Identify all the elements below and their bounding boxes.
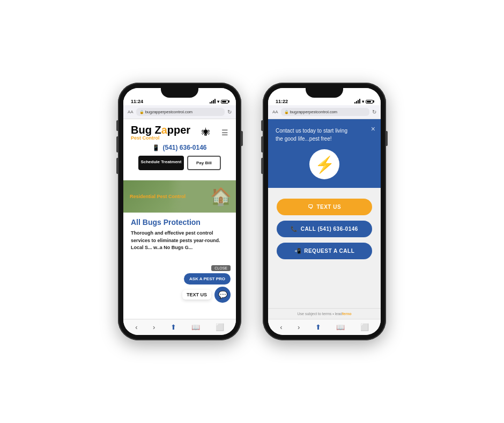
side-button-left-bot [116, 158, 118, 174]
phone-number-row: 📱 (541) 636-0146 [131, 141, 228, 156]
lightning-circle: ⚡ [309, 149, 339, 179]
phone-2: 11:22 ▾ AA 🔒 bugzapperpestcontrol.com [263, 83, 386, 340]
url-1: bugzapperpestcontrol.com [145, 110, 192, 114]
phone1-website: Bug Zapper Pest Control 🕷 ☰ 📱 (541) 636-… [123, 119, 236, 319]
phone-1-screen: 11:24 ▾ AA 🔒 bugzapperpestcontrol.com [123, 88, 236, 335]
lock-icon-1: 🔒 [139, 110, 144, 114]
url-2: bugzapperpestcontrol.com [290, 110, 337, 114]
signal-icon [210, 99, 216, 104]
side-button-right-2 [386, 131, 388, 146]
popup-header: Contact us today to start living the goo… [268, 119, 381, 188]
aa-button-2[interactable]: AA [272, 110, 278, 114]
side-button-left-mid-2 [261, 136, 263, 152]
text-us-row: TEXT US 💬 [182, 287, 231, 303]
bottom-nav-2: ‹ › ⬆ 📖 ⬜ [268, 319, 381, 335]
back-button-1[interactable]: ‹ [135, 323, 137, 331]
hamburger-menu[interactable]: ☰ [221, 128, 228, 137]
logo-zap: a [161, 124, 167, 136]
paybill-button[interactable]: Pay Bill [187, 156, 221, 170]
status-icons-1: ▾ [210, 99, 228, 104]
notch [161, 88, 198, 98]
phone-icon: 📱 [152, 144, 160, 151]
ask-pest-pro-button[interactable]: ASK A PEST PRO [184, 273, 231, 285]
wifi-icon: ▾ [217, 99, 219, 104]
chat-bubble-button[interactable]: 💬 [214, 287, 231, 303]
tabs-button-1[interactable]: ⬜ [216, 323, 224, 331]
refresh-button-2[interactable]: ↻ [372, 109, 376, 115]
logo-row: Bug Zapper Pest Control 🕷 ☰ [131, 125, 228, 141]
leadferno-brand: ferno [342, 312, 352, 316]
bottom-nav-1: ‹ › ⬆ 📖 ⬜ [123, 319, 236, 335]
site-header: Bug Zapper Pest Control 🕷 ☰ 📱 (541) 636-… [123, 119, 236, 180]
browser-bar-2[interactable]: AA 🔒 bugzapperpestcontrol.com ↻ [268, 105, 381, 119]
signal-icon-2 [354, 99, 360, 104]
address-bar-1[interactable]: 🔒 bugzapperpestcontrol.com [136, 108, 225, 116]
close-label[interactable]: CLOSE [211, 265, 231, 271]
side-button-left-top [116, 120, 118, 131]
logo-text: Bug Zapper [131, 125, 190, 135]
browser-bar-1[interactable]: AA 🔒 bugzapperpestcontrol.com ↻ [123, 105, 236, 119]
cta-buttons: Schedule Treatment Pay Bill [131, 156, 228, 176]
tabs-button-2[interactable]: ⬜ [360, 323, 369, 331]
time-2: 11:22 [276, 99, 288, 104]
bookmarks-button-1[interactable]: 📖 [191, 323, 200, 331]
request-icon: 📲 [294, 248, 301, 254]
time-1: 11:24 [131, 99, 143, 104]
text-us-label: TEXT US [182, 290, 211, 300]
request-btn-label: REQUEST A CALL [304, 248, 354, 254]
lock-icon-2: 🔒 [284, 110, 289, 114]
battery-icon-2 [366, 100, 373, 104]
section-title: All Bugs Protection [131, 218, 228, 227]
text-us-btn-label: TEXT US [316, 204, 341, 210]
text-us-button[interactable]: 🗨 TEXT US [277, 199, 372, 215]
popup-close-button[interactable]: × [371, 125, 375, 133]
forward-button-1[interactable]: › [153, 323, 155, 331]
logo: Bug Zapper Pest Control [131, 125, 190, 141]
back-button-2[interactable]: ‹ [280, 323, 282, 331]
bookmarks-button-2[interactable]: 📖 [336, 323, 345, 331]
side-button-right [241, 131, 243, 146]
battery-icon [221, 100, 228, 104]
popup-container: Contact us today to start living the goo… [268, 119, 381, 319]
lightning-icon: ⚡ [315, 155, 335, 174]
notch-2 [306, 88, 343, 98]
refresh-button-1[interactable]: ↻ [227, 109, 232, 115]
status-icons-2: ▾ [354, 99, 373, 104]
schedule-button[interactable]: Schedule Treatment [138, 156, 184, 170]
content-area: All Bugs Protection Thorough and effecti… [123, 213, 236, 257]
message-icon: 🗨 [308, 204, 314, 210]
wifi-icon-2: ▾ [362, 99, 364, 104]
popup-footer: Use subject to terms • leadferno [268, 308, 381, 319]
share-button-1[interactable]: ⬆ [171, 323, 176, 331]
phone-1: 11:24 ▾ AA 🔒 bugzapperpestcontrol.com [118, 83, 241, 340]
side-button-left-mid [116, 136, 118, 152]
bug-icon: 🕷 [202, 128, 210, 137]
call-button[interactable]: 📞 CALL (541) 636-0146 [277, 221, 372, 237]
hero-banner: Residential Pest Control 🏠 [123, 180, 236, 213]
forward-button-2[interactable]: › [298, 323, 300, 331]
popup-header-text: Contact us today to start living the goo… [276, 127, 354, 143]
address-bar-2[interactable]: 🔒 bugzapperpestcontrol.com [281, 108, 369, 116]
side-button-left-bot-2 [261, 158, 263, 174]
aa-button-1[interactable]: AA [128, 110, 134, 114]
call-btn-label: CALL (541) 636-0146 [301, 226, 358, 232]
hero-label: Residential Pest Control [123, 194, 192, 199]
float-overlay: CLOSE ASK A PEST PRO TEXT US 💬 [182, 265, 231, 303]
phone-2-screen: 11:22 ▾ AA 🔒 bugzapperpestcontrol.com [268, 88, 381, 335]
call-icon: 📞 [291, 226, 298, 232]
logo-sub: Pest Control [131, 135, 190, 141]
popup-body: 🗨 TEXT US 📞 CALL (541) 636-0146 📲 REQUES… [268, 188, 381, 308]
house-icon: 🏠 [210, 186, 232, 207]
phone-number[interactable]: (541) 636-0146 [162, 144, 206, 151]
footer-text: Use subject to terms • lead [298, 312, 342, 316]
side-button-left-top-2 [261, 120, 263, 131]
section-body: Thorough and effective pest control serv… [131, 230, 228, 252]
request-call-button[interactable]: 📲 REQUEST A CALL [277, 243, 372, 259]
share-button-2[interactable]: ⬆ [315, 323, 321, 331]
